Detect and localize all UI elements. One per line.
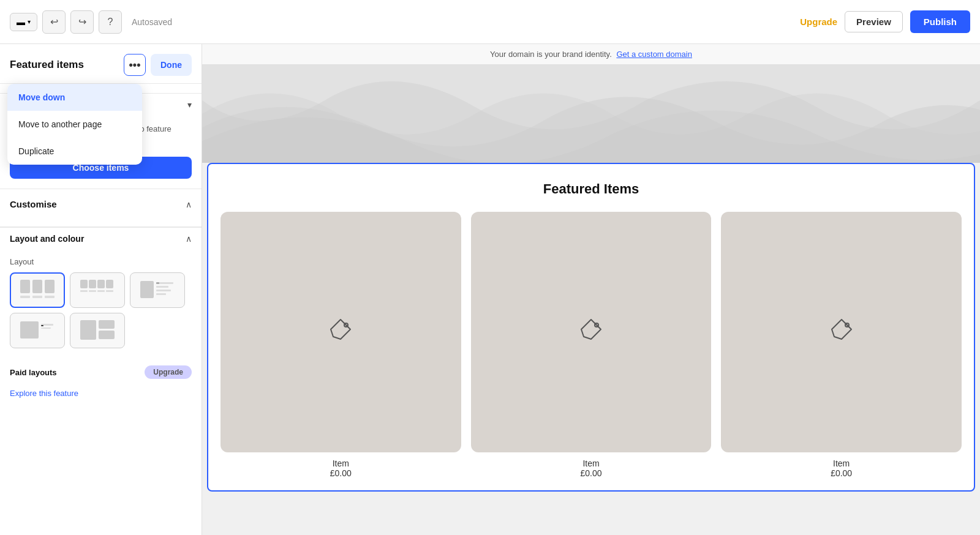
items-grid: Item £0.00 Item £0.00 [221,212,962,478]
device-selector-button[interactable]: ▬ ▾ [10,13,37,31]
item-card-1: Item £0.00 [221,212,461,478]
item-name-3: Item [833,458,850,468]
layout-option-3[interactable] [130,272,185,308]
svg-rect-22 [41,327,51,329]
more-options-button[interactable]: ••• [124,54,146,76]
item-card-3: Item £0.00 [721,212,962,478]
dropdown-item-move-page[interactable]: Move to another page [7,111,142,138]
layout-chevron-up-icon[interactable]: ∧ [186,234,192,244]
svg-rect-16 [156,286,168,288]
sidebar-title: Featured items [10,59,84,71]
layout-option-1[interactable] [10,272,65,308]
desktop-icon: ▬ [17,17,25,27]
dropdown-item-duplicate[interactable]: Duplicate [7,138,142,165]
svg-rect-9 [106,280,113,288]
svg-rect-17 [156,290,171,291]
canvas-area: Your domain is your brand identity. Get … [202,44,980,535]
dropdown-item-move-down[interactable]: Move down [7,84,142,111]
redo-button[interactable]: ↪ [70,10,94,34]
toolbar: ▬ ▾ ↩ ↪ ? Autosaved Upgrade Preview Publ… [0,0,980,44]
svg-rect-8 [97,280,105,288]
layout-options-grid [10,272,192,348]
sidebar-header-buttons: ••• Done [124,54,192,76]
item-price-1: £0.00 [330,468,352,478]
paid-layouts-row: Paid layouts Upgrade [0,361,202,384]
layout-colour-label: Layout and colour [10,234,84,244]
domain-text: Your domain is your brand identity. [490,50,612,59]
preview-button[interactable]: Preview [845,11,903,32]
svg-rect-7 [89,280,96,288]
chevron-down-icon[interactable]: ▾ [187,100,192,110]
layout-label: Layout [10,257,192,266]
upgrade-small-button[interactable]: Upgrade [145,365,192,379]
svg-rect-26 [99,331,115,339]
featured-section-container: Featured Items Item £0.00 [207,163,975,492]
item-price-2: £0.00 [580,468,601,478]
paid-layouts-label: Paid layouts [10,368,57,377]
layout-section: Layout [0,250,202,361]
sidebar: Featured items ••• Done Move down Move t… [0,44,202,535]
item-image-3 [721,212,962,452]
hero-banner [202,65,980,163]
chevron-up-icon[interactable]: ∧ [186,200,192,209]
svg-rect-3 [20,296,30,298]
svg-rect-11 [89,290,96,292]
customise-title: Customise [10,199,57,209]
item-name-1: Item [333,458,349,468]
svg-rect-1 [32,280,42,293]
publish-button[interactable]: Publish [910,10,970,33]
svg-rect-23 [41,325,43,326]
item-name-2: Item [582,458,599,468]
main-layout: Featured items ••• Done Move down Move t… [0,44,980,535]
layout-option-4[interactable] [10,313,65,348]
featured-items-title: Featured Items [221,181,962,197]
svg-rect-12 [97,290,105,292]
layout-option-5[interactable] [70,313,125,348]
svg-rect-20 [20,321,39,339]
item-price-3: £0.00 [831,468,852,478]
layout-option-2[interactable] [70,272,125,308]
redo-icon: ↪ [78,16,86,28]
autosaved-status: Autosaved [132,17,172,27]
svg-rect-0 [20,280,30,293]
chevron-down-icon: ▾ [28,18,31,25]
svg-rect-14 [140,281,154,298]
svg-rect-5 [45,296,55,298]
customise-header: Customise ∧ [10,199,192,209]
customise-section: Customise ∧ [0,189,202,226]
item-image-2 [471,212,712,452]
svg-rect-24 [80,320,96,340]
undo-icon: ↩ [50,16,58,28]
custom-domain-link[interactable]: Get a custom domain [616,50,692,59]
done-button[interactable]: Done [151,54,192,76]
help-icon: ? [108,17,113,28]
svg-rect-2 [45,280,55,293]
svg-rect-4 [32,296,42,298]
featured-items-section: Featured Items Item £0.00 [207,163,975,492]
upgrade-button[interactable]: Upgrade [800,17,837,27]
explore-feature-link[interactable]: Explore this feature [0,384,202,403]
svg-rect-10 [80,290,88,292]
undo-button[interactable]: ↩ [42,10,66,34]
item-card-2: Item £0.00 [471,212,712,478]
toolbar-left: ▬ ▾ ↩ ↪ ? Autosaved [10,10,172,34]
layout-colour-header: Layout and colour ∧ [0,227,202,250]
item-image-1 [221,212,461,452]
dropdown-menu: Move down Move to another page Duplicate [7,84,142,165]
help-button[interactable]: ? [99,10,122,34]
domain-banner: Your domain is your brand identity. Get … [202,44,980,65]
sidebar-header: Featured items ••• Done [0,44,202,84]
svg-rect-18 [156,293,166,295]
svg-rect-6 [80,280,88,288]
svg-rect-13 [106,290,113,292]
svg-rect-25 [99,320,115,329]
svg-rect-19 [156,282,159,284]
toolbar-right: Upgrade Preview Publish [800,10,970,33]
